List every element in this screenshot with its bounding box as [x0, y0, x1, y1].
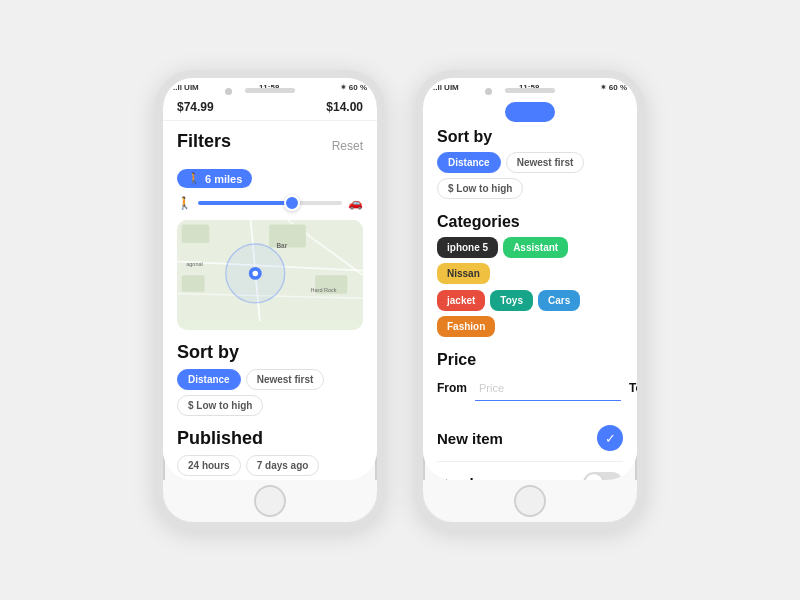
sort-tag-newest[interactable]: Newest first	[246, 369, 325, 390]
r-category-tags-row1: iphone 5 Assistant Nissan	[437, 237, 623, 284]
svg-rect-6	[269, 225, 306, 248]
price1: $74.99	[177, 100, 214, 114]
cat-iphone5[interactable]: iphone 5	[437, 237, 498, 258]
used-toggle[interactable]	[583, 472, 623, 480]
sort-tag-price[interactable]: $ Low to high	[177, 395, 263, 416]
published-title: Published	[177, 428, 263, 448]
published-7d[interactable]: 7 days ago	[246, 455, 320, 476]
svg-text:Bar: Bar	[276, 242, 287, 249]
price-strip: $74.99 $14.00	[163, 96, 377, 121]
blue-pill	[505, 102, 555, 122]
svg-point-11	[253, 271, 259, 277]
home-button-left[interactable]	[254, 485, 286, 517]
r-categories-section: Categories iphone 5 Assistant Nissan jac…	[437, 213, 623, 337]
blue-toggle-top	[437, 100, 623, 122]
walker-icon: 🚶	[187, 172, 201, 185]
filters-header: Filters Reset	[177, 131, 363, 160]
r-sort-tags: Distance Newest first $ Low to high	[437, 152, 623, 199]
phone-left: ..ll UIM 11:58 ✴ 60 % $74.99 $14.00 Filt…	[155, 70, 385, 530]
left-phone-content[interactable]: Filters Reset 🚶 6 miles 🚶 🚗	[163, 121, 377, 480]
map-svg: Bar Hard Rock agonal	[177, 220, 363, 321]
distance-badge[interactable]: 🚶 6 miles	[177, 169, 252, 188]
svg-text:agonal: agonal	[186, 261, 203, 267]
map-area: Bar Hard Rock agonal	[177, 220, 363, 330]
status-bar-left: ..ll UIM 11:58 ✴ 60 %	[163, 78, 377, 96]
r-categories-title: Categories	[437, 213, 520, 230]
distance-label: 6 miles	[205, 173, 242, 185]
cat-nissan[interactable]: Nissan	[437, 263, 490, 284]
r-price-title: Price	[437, 351, 476, 368]
used-toggle-row: Used	[437, 462, 623, 480]
svg-rect-5	[182, 225, 210, 243]
r-sort-section: Sort by Distance Newest first $ Low to h…	[437, 128, 623, 199]
phone-left-inner: ..ll UIM 11:58 ✴ 60 % $74.99 $14.00 Filt…	[163, 78, 377, 480]
cat-cars[interactable]: Cars	[538, 290, 580, 311]
r-from-input[interactable]	[475, 375, 621, 401]
published-tags-row: 24 hours 7 days ago 30 days ago	[177, 455, 363, 480]
cat-toys[interactable]: Toys	[490, 290, 533, 311]
published-section: Published 24 hours 7 days ago 30 days ag…	[177, 428, 363, 480]
car-icon: 🚗	[348, 196, 363, 210]
status-time-right: 11:58	[519, 83, 539, 92]
status-battery-right: ✴ 60 %	[600, 83, 627, 92]
home-button-area-left	[163, 480, 377, 522]
cat-assistant[interactable]: Assistant	[503, 237, 568, 258]
r-sort-price[interactable]: $ Low to high	[437, 178, 523, 199]
sort-by-section: Sort by Distance Newest first $ Low to h…	[177, 342, 363, 416]
r-price-section: Price From To	[437, 351, 623, 401]
slider-thumb[interactable]	[284, 195, 300, 211]
status-signal-right: ..ll UIM	[433, 83, 459, 92]
person-icon: 🚶	[177, 196, 192, 210]
home-button-right[interactable]	[514, 485, 546, 517]
sort-tags-row: Distance Newest first $ Low to high	[177, 369, 363, 416]
new-item-toggle-row: New item ✓	[437, 415, 623, 462]
home-button-area-right	[423, 480, 637, 522]
cat-jacket[interactable]: jacket	[437, 290, 485, 311]
distance-slider[interactable]: 🚶 🚗	[177, 196, 363, 210]
status-time-left: 11:58	[259, 83, 279, 92]
status-bar-right: ..ll UIM 11:58 ✴ 60 %	[423, 78, 637, 96]
r-price-row: From To	[437, 375, 623, 401]
new-item-label: New item	[437, 430, 503, 447]
new-item-checkmark[interactable]: ✓	[597, 425, 623, 451]
phones-container: ..ll UIM 11:58 ✴ 60 % $74.99 $14.00 Filt…	[155, 70, 645, 530]
phone-right: ..ll UIM 11:58 ✴ 60 % Sort by Distance N…	[415, 70, 645, 530]
reset-link[interactable]: Reset	[332, 139, 363, 153]
phone-right-inner: ..ll UIM 11:58 ✴ 60 % Sort by Distance N…	[423, 78, 637, 480]
svg-rect-8	[182, 275, 205, 292]
r-from-label: From	[437, 381, 467, 395]
slider-track[interactable]	[198, 201, 342, 205]
used-toggle-thumb	[585, 474, 603, 480]
price2: $14.00	[326, 100, 363, 114]
sort-tag-distance[interactable]: Distance	[177, 369, 241, 390]
sort-by-title: Sort by	[177, 342, 239, 362]
r-to-label: To	[629, 381, 637, 395]
right-phone-content[interactable]: Sort by Distance Newest first $ Low to h…	[423, 96, 637, 480]
filters-title: Filters	[177, 131, 231, 152]
r-sort-newest[interactable]: Newest first	[506, 152, 585, 173]
status-battery-left: ✴ 60 %	[340, 83, 367, 92]
svg-text:Hard Rock: Hard Rock	[311, 287, 337, 293]
r-sort-title: Sort by	[437, 128, 492, 145]
published-24h[interactable]: 24 hours	[177, 455, 241, 476]
cat-fashion[interactable]: Fashion	[437, 316, 495, 337]
r-sort-distance[interactable]: Distance	[437, 152, 501, 173]
r-category-tags-row2: jacket Toys Cars Fashion	[437, 290, 623, 337]
status-signal-left: ..ll UIM	[173, 83, 199, 92]
